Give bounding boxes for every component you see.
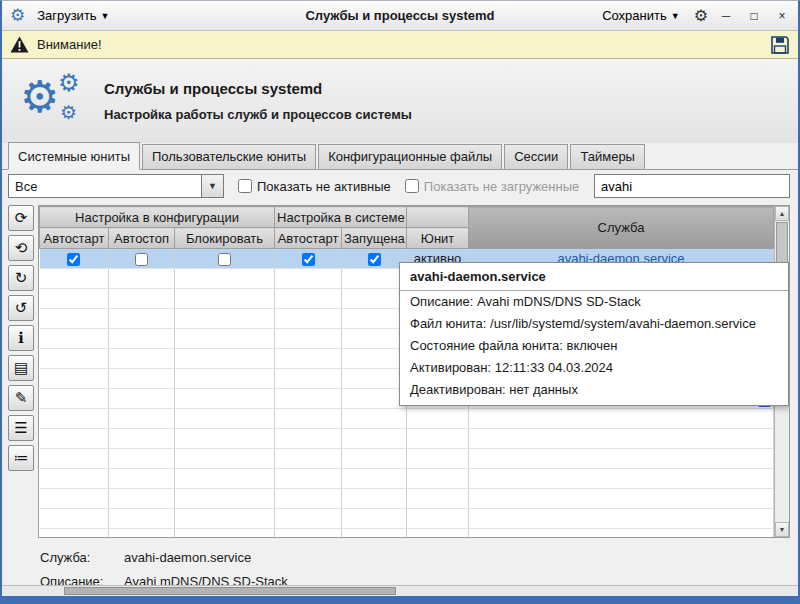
reload-daemon-icon[interactable]: ⟲ [8, 235, 34, 261]
gear-icon: ⚙ [20, 75, 59, 119]
table-row[interactable] [40, 449, 774, 469]
config-autostop-checkbox[interactable] [135, 253, 148, 266]
column-header-unit[interactable]: Юнит [407, 228, 469, 249]
show-inactive-input[interactable] [238, 179, 252, 193]
group-header-system[interactable]: Настройка в системе [275, 207, 407, 228]
show-unloaded-label: Показать не загруженные [424, 179, 579, 194]
config-autostart-checkbox[interactable] [67, 253, 80, 266]
save-file-icon[interactable] [770, 35, 790, 55]
status-panel: Служба: avahi-daemon.service Описание: A… [2, 541, 798, 589]
chevron-down-icon[interactable]: ▼ [201, 175, 223, 197]
column-header-autostart-config[interactable]: Автостарт [40, 228, 109, 249]
table-row[interactable] [40, 409, 774, 429]
tooltip-deactivated: Деактивирован: нет данных [400, 379, 788, 401]
status-service-value: avahi-daemon.service [124, 550, 251, 565]
revert-icon[interactable]: ↺ [8, 295, 34, 321]
system-running-checkbox[interactable] [368, 253, 381, 266]
column-header-service[interactable]: Служба [469, 207, 774, 249]
filter-bar: Все ▼ Показать не активные Показать не з… [2, 169, 798, 203]
app-gear-icon: ⚙ [10, 7, 25, 24]
table-row[interactable] [40, 429, 774, 449]
service-tooltip: avahi-daemon.service Описание: Avahi mDN… [399, 262, 789, 406]
services-table-container: Настройка в конфигурации Настройка в сис… [38, 205, 790, 538]
warning-icon [10, 36, 29, 53]
tooltip-title: avahi-daemon.service [400, 269, 788, 291]
show-inactive-label: Показать не активные [257, 179, 391, 194]
column-header-autostop[interactable]: Автостоп [109, 228, 175, 249]
app-window: Службы и процессы systemd ⚙ Загрузить ▼ … [0, 0, 800, 604]
dependencies-icon[interactable]: ≔ [8, 445, 34, 471]
tooltip-unit-file-state: Состояние файла юнита: включен [400, 335, 788, 357]
gear-icon: ⚙ [58, 71, 80, 95]
minimize-button[interactable]: ─ [716, 7, 736, 25]
category-dropdown-value: Все [9, 179, 201, 194]
column-header-block[interactable]: Блокировать [175, 228, 275, 249]
chevron-down-icon: ▼ [671, 11, 680, 21]
info-icon[interactable]: ℹ [8, 325, 34, 351]
table-row[interactable] [40, 529, 774, 539]
save-button-label: Сохранить [602, 8, 667, 23]
scroll-up-icon[interactable]: ▲ [775, 206, 789, 221]
settings-gear-icon[interactable]: ⚙ [694, 8, 708, 24]
column-header-autostart-system[interactable]: Автостарт [275, 228, 342, 249]
tab-timers[interactable]: Таймеры [570, 144, 645, 169]
tooltip-activated: Активирован: 12:11:33 04.03.2024 [400, 357, 788, 379]
category-dropdown[interactable]: Все ▼ [8, 174, 224, 198]
group-header-config[interactable]: Настройка в конфигурации [40, 207, 275, 228]
load-button[interactable]: Загрузить ▼ [31, 5, 115, 26]
refresh-icon[interactable]: ⟳ [8, 205, 34, 231]
warning-bar: Внимание! [2, 31, 798, 59]
tab-system-units[interactable]: Системные юниты [8, 142, 140, 170]
show-unloaded-checkbox[interactable]: Показать не загруженные [405, 179, 579, 194]
show-inactive-checkbox[interactable]: Показать не активные [238, 179, 391, 194]
chevron-down-icon: ▼ [101, 11, 110, 21]
page-title: Службы и процессы systemd [104, 80, 412, 97]
restart-unit-icon[interactable]: ↻ [8, 265, 34, 291]
status-service-label: Служба: [40, 550, 124, 565]
warning-text: Внимание! [37, 37, 102, 52]
horizontal-scrollbar-thumb[interactable] [64, 587, 396, 595]
tab-config-files[interactable]: Конфигурационные файлы [318, 144, 502, 169]
scroll-down-icon[interactable]: ▼ [775, 522, 789, 537]
close-button[interactable]: × [772, 7, 792, 25]
tooltip-unit-file: Файл юнита: /usr/lib/systemd/system/avah… [400, 313, 788, 335]
page-header: ⚙ ⚙ ⚙ Службы и процессы systemd Настройк… [2, 59, 798, 143]
table-group-header-row: Настройка в конфигурации Настройка в сис… [40, 207, 774, 228]
horizontal-scrollbar[interactable] [2, 585, 798, 596]
load-button-label: Загрузить [37, 8, 96, 23]
page-subtitle: Настройка работы служб и процессов систе… [104, 107, 412, 122]
window-bottom-edge [2, 596, 798, 602]
side-toolbar: ⟳ ⟲ ↻ ↺ ℹ ▤ ✎ ☰ ≔ [8, 205, 36, 471]
group-header-empty [407, 207, 469, 228]
table-row[interactable] [40, 469, 774, 489]
gear-icon: ⚙ [60, 103, 77, 122]
maximize-button[interactable]: □ [744, 7, 764, 25]
config-block-checkbox[interactable] [218, 253, 231, 266]
journal-icon[interactable]: ☰ [8, 415, 34, 441]
tab-sessions[interactable]: Сессии [504, 144, 568, 169]
tooltip-description: Описание: Avahi mDNS/DNS SD-Stack [400, 291, 788, 313]
show-unloaded-input[interactable] [405, 179, 419, 193]
save-button[interactable]: Сохранить ▼ [596, 5, 686, 26]
unit-file-icon[interactable]: ▤ [8, 355, 34, 381]
table-row[interactable] [40, 509, 774, 529]
table-row[interactable] [40, 489, 774, 509]
app-logo: ⚙ ⚙ ⚙ [2, 69, 104, 133]
column-header-running[interactable]: Запущена [342, 228, 407, 249]
main-area: ⟳ ⟲ ↻ ↺ ℹ ▤ ✎ ☰ ≔ Настройка в конфигурац… [2, 203, 798, 538]
tab-user-units[interactable]: Пользовательские юниты [142, 144, 316, 169]
search-input[interactable] [594, 174, 790, 198]
system-autostart-checkbox[interactable] [302, 253, 315, 266]
titlebar: Службы и процессы systemd ⚙ Загрузить ▼ … [2, 1, 798, 31]
tab-bar: Системные юниты Пользовательские юниты К… [2, 143, 798, 170]
edit-unit-icon[interactable]: ✎ [8, 385, 34, 411]
